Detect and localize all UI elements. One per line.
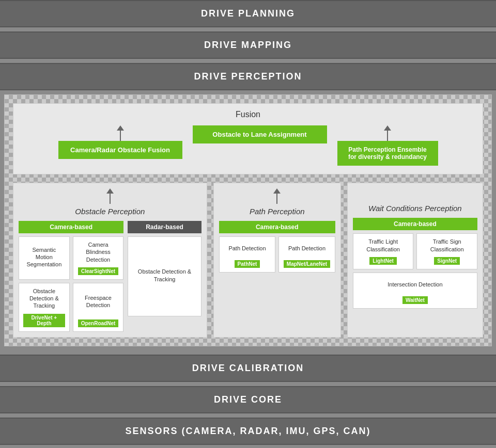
pathnet-badge: PathNet [235, 260, 260, 268]
obstacle-radar-header: Radar-based [128, 221, 201, 233]
fusion-container: Fusion Camera/Radar Obstacle Fusion Obst… [13, 103, 483, 174]
obstacle-perception-group: Obstacle Perception Camera-based Semanti… [13, 183, 207, 338]
semantic-motion-card: Semantic Motion Segmentation [19, 236, 70, 280]
wait-conditions-title: Wait Conditions Perception [353, 204, 477, 213]
clearsightnet-badge: ClearSightNet [78, 267, 118, 275]
drive-calibration-bar: DRIVE CALIBRATION [0, 355, 496, 382]
sensors-bar: SENSORS (CAMERA, RADAR, IMU, GPS, CAN) [0, 418, 496, 445]
obstacle-camera-section: Camera-based Semantic Motion Segmentatio… [19, 221, 123, 332]
sensors-label: SENSORS (CAMERA, RADAR, IMU, GPS, CAN) [125, 426, 370, 436]
obstacle-detection-tracking-card: Obstacle Detection & Tracking DriveNet +… [19, 283, 70, 332]
intersection-detection-card: Intersection Detection WaitNet [353, 273, 477, 309]
path-perception-title: Path Perception [219, 207, 335, 216]
drive-perception-label: DRIVE PERCEPTION [194, 71, 302, 82]
fusion-title: Fusion [22, 110, 474, 119]
obstacle-camera-radar-section: Camera-based Semantic Motion Segmentatio… [19, 221, 202, 332]
freespace-detection-card: Freespace Detection OpenRoadNet [73, 283, 124, 332]
waitnet-badge: WaitNet [402, 296, 428, 304]
path-camera-cards: Path Detection PathNet Path Detection Ma… [219, 236, 335, 273]
path-perception-ensemble-box: Path Perception Ensemble for diversity &… [337, 141, 438, 166]
lightnet-badge: LightNet [369, 257, 397, 265]
drive-mapping-bar: DRIVE MAPPING [0, 31, 496, 59]
drive-perception-bar: DRIVE PERCEPTION [0, 63, 496, 90]
openroadnet-badge: OpenRoadNet [78, 319, 119, 327]
camera-radar-fusion-box: Camera/Radar Obstacle Fusion [58, 141, 182, 159]
traffic-sign-card: Traffic Sign Classification SignNet [416, 233, 477, 269]
drive-core-bar: DRIVE CORE [0, 386, 496, 413]
obstacle-radar-cards: Obstacle Detection & Tracking [128, 236, 201, 316]
path-arrow-up [273, 188, 281, 204]
arrow-right [384, 125, 391, 141]
obstacle-radar-section: Radar-based Obstacle Detection & Trackin… [128, 221, 201, 332]
mapnet-badge: MapNet/LaneNet [284, 260, 330, 268]
drive-planning-bar: DRIVE PLANNING [0, 0, 496, 27]
drivenet-badge: DriveNet + Depth [23, 314, 65, 327]
traffic-light-card: Traffic Light Classification LightNet [353, 233, 414, 269]
wait-camera-cards: Traffic Light Classification LightNet Tr… [353, 233, 477, 269]
camera-blindness-card: Camera Blindness Detection ClearSightNet [73, 236, 124, 280]
signnet-badge: SignNet [434, 257, 460, 265]
perception-content: Fusion Camera/Radar Obstacle Fusion Obst… [4, 94, 492, 346]
wait-camera-section: Camera-based Traffic Light Classificatio… [353, 218, 477, 309]
path-camera-header: Camera-based [219, 221, 335, 233]
obstacle-arrow-up [106, 188, 114, 204]
path-camera-section: Camera-based Path Detection PathNet Path… [219, 221, 335, 273]
path-perception-group: Path Perception Camera-based Path Detect… [213, 183, 341, 338]
drive-calibration-label: DRIVE CALIBRATION [192, 363, 304, 373]
drive-planning-label: DRIVE PLANNING [201, 8, 295, 19]
drive-mapping-label: DRIVE MAPPING [204, 40, 292, 50]
perception-areas: Obstacle Perception Camera-based Semanti… [13, 183, 483, 338]
obstacle-lane-box: Obstacle to Lane Assignment [193, 125, 327, 143]
arrow-left [117, 125, 124, 141]
pathnet-card: Path Detection PathNet [219, 236, 276, 273]
mapnet-card: Path Detection MapNet/LaneNet [278, 236, 335, 273]
obstacle-perception-title: Obstacle Perception [19, 207, 202, 216]
obstacle-camera-header: Camera-based [19, 221, 123, 233]
radar-obstacle-tracking-card: Obstacle Detection & Tracking [128, 236, 201, 316]
fusion-boxes: Camera/Radar Obstacle Fusion Obstacle to… [22, 125, 474, 166]
wait-conditions-group: Wait Conditions Perception Camera-based … [347, 183, 483, 338]
wait-camera-header: Camera-based [353, 218, 477, 230]
drive-core-label: DRIVE CORE [214, 394, 282, 405]
obstacle-camera-cards: Semantic Motion Segmentation Camera Blin… [19, 236, 123, 332]
